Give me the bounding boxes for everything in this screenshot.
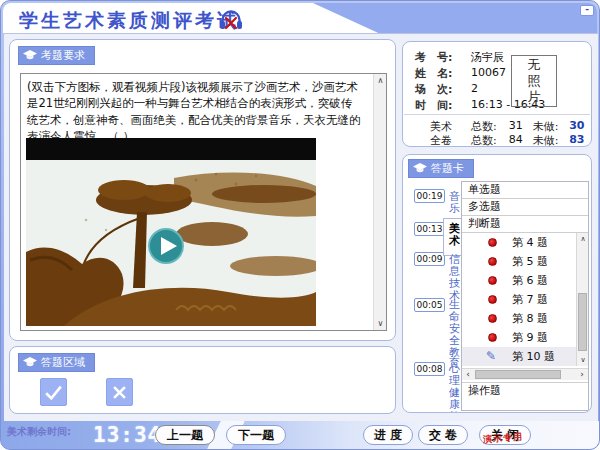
main-area: 考题要求 (双击下方图标，观看视频片段)该视频展示了沙画艺术，沙画艺术是21世纪… — [4, 34, 598, 421]
pencil-icon: ✎ — [486, 352, 497, 361]
question-item-8[interactable]: 第 8 题 — [462, 309, 588, 328]
answer-false-button[interactable] — [106, 378, 133, 406]
question-text: (双击下方图标，观看视频片段)该视频展示了沙画艺术，沙画艺术是21世纪刚刚兴起的… — [27, 79, 362, 144]
section-single-choice[interactable]: 单选题 — [462, 182, 588, 199]
undone-value: 83 — [558, 133, 584, 146]
answer-area-label: 答题区域 — [18, 353, 95, 372]
undone-value: 30 — [558, 119, 584, 132]
question-item-4[interactable]: 第 4 题 — [462, 233, 588, 252]
progress-button[interactable]: 进 度 — [363, 425, 413, 445]
whole-paper-stats-row: 全卷 总数: 84 未做: 83 — [403, 133, 584, 146]
total-label: 总数: — [471, 119, 497, 132]
exam-number-label: 考 号: — [415, 50, 471, 65]
question-item-5[interactable]: 第 5 题 — [462, 252, 588, 271]
scroll-up-icon[interactable]: ∧ — [374, 74, 387, 87]
graduation-cap-icon — [23, 357, 37, 368]
exam-number-value: 汤宇辰 — [471, 50, 504, 65]
scroll-up-icon[interactable]: ∧ — [577, 233, 589, 245]
graduation-cap-icon — [23, 50, 37, 61]
question-list-horizontal-scrollbar[interactable]: ‹ › — [462, 368, 588, 380]
mental-health-time-chip: 00:08 — [414, 362, 445, 376]
unanswered-dot-icon — [488, 295, 497, 304]
question-scrollbar[interactable]: ∧ ∨ — [373, 74, 386, 330]
video-top-bar — [26, 138, 316, 160]
student-info-panel: 考 号: 汤宇辰 姓 名: 10067 场 次: 2 时 间: 16:13 - … — [402, 41, 592, 147]
bottom-bar: 美术剩余时间: 13:34 上一题 下一题 进 度 交 卷 关 闭 演示专用 — [1, 421, 600, 450]
remaining-time-label: 美术剩余时间: — [7, 425, 71, 439]
session-value: 2 — [471, 82, 478, 97]
total-label: 总数: — [471, 133, 497, 146]
undone-label: 未做: — [533, 133, 559, 146]
undone-label: 未做: — [533, 119, 559, 132]
scroll-down-icon[interactable]: ∨ — [374, 317, 387, 330]
section-true-false[interactable]: 判断题 — [462, 216, 588, 233]
section-operation[interactable]: 操作题 — [462, 382, 588, 399]
section-multiple-choice[interactable]: 多选题 — [462, 199, 588, 216]
music-time-chip: 00:19 — [414, 189, 445, 203]
answer-card-label: 答题卡 — [408, 159, 474, 178]
unanswered-dot-icon — [488, 238, 497, 247]
scroll-left-icon[interactable]: ‹ — [462, 369, 474, 381]
tab-information-technology[interactable]: 信息技术 — [448, 254, 461, 302]
tab-life-safety-education[interactable]: 生命安全教育 — [448, 299, 461, 370]
sand-art-image — [26, 160, 316, 326]
unanswered-dot-icon — [488, 314, 497, 323]
session-row: 场 次: 2 — [415, 82, 478, 97]
cross-icon — [111, 384, 128, 401]
unanswered-dot-icon — [488, 276, 497, 285]
close-button-text: 关 闭 — [491, 427, 519, 444]
unanswered-dot-icon — [488, 257, 497, 266]
app-title: 学生艺术素质测评考试 — [19, 8, 239, 34]
no-photo-text: 无照片 — [527, 57, 542, 106]
question-requirements-label-text: 考题要求 — [41, 49, 85, 62]
question-item-9[interactable]: 第 9 题 — [462, 328, 588, 347]
question-requirements-label: 考题要求 — [18, 46, 95, 65]
session-label: 场 次: — [415, 82, 471, 97]
check-icon — [44, 384, 63, 401]
total-value: 31 — [497, 119, 523, 132]
student-name-row: 姓 名: 10067 — [415, 66, 506, 81]
title-bar-decoration — [313, 3, 597, 33]
scroll-right-icon[interactable]: › — [576, 369, 588, 381]
submit-paper-button[interactable]: 交 卷 — [418, 425, 468, 445]
it-time-chip: 00:09 — [414, 252, 445, 266]
question-item-10-current[interactable]: ✎ 第 10 题 — [462, 347, 588, 366]
answer-card-label-text: 答题卡 — [431, 162, 464, 175]
remaining-time-clock: 13:34 — [93, 423, 161, 447]
student-name-value: 10067 — [471, 66, 506, 81]
answer-card-panel: 答题卡 00:19 00:13 00:09 00:05 00:08 音乐 美术 … — [402, 154, 592, 413]
question-item-7[interactable]: 第 7 题 — [462, 290, 588, 309]
art-time-chip: 00:13 — [414, 222, 445, 236]
question-items: 第 4 题 第 5 题 第 6 题 第 7 题 — [462, 233, 588, 366]
life-safety-time-chip: 00:05 — [414, 298, 445, 312]
tab-music[interactable]: 音乐 — [448, 191, 461, 215]
title-bar: 学生艺术素质测评考试 - — [3, 3, 597, 34]
graduation-cap-icon — [413, 163, 427, 174]
subject-name: 全卷 — [423, 133, 459, 146]
tab-art[interactable]: 美术 — [448, 223, 461, 247]
no-photo-box: 无照片 — [511, 55, 557, 107]
question-requirements-panel: 考题要求 (双击下方图标，观看视频片段)该视频展示了沙画艺术，沙画艺术是21世纪… — [9, 39, 396, 341]
tab-mental-health-education[interactable]: 心理健康教育 — [448, 363, 461, 413]
minimize-button[interactable]: - — [580, 5, 594, 16]
muted-audio-icon[interactable] — [219, 9, 243, 30]
scroll-down-icon[interactable]: ∨ — [577, 354, 589, 366]
play-button[interactable] — [149, 229, 183, 263]
question-list-vertical-scrollbar[interactable]: ∧ ∨ — [576, 233, 588, 366]
answer-area-label-text: 答题区域 — [41, 356, 85, 369]
question-item-6[interactable]: 第 6 题 — [462, 271, 588, 290]
time-label: 时 间: — [415, 98, 471, 113]
student-name-label: 姓 名: — [415, 66, 471, 81]
info-divider — [404, 114, 590, 115]
previous-question-button[interactable]: 上一题 — [155, 425, 215, 445]
close-button[interactable]: 关 闭 演示专用 — [479, 425, 531, 445]
answer-area-panel: 答题区域 — [9, 346, 396, 414]
total-value: 84 — [497, 133, 523, 146]
answer-true-button[interactable] — [40, 378, 67, 406]
next-question-button[interactable]: 下一题 — [226, 425, 286, 445]
unanswered-dot-icon — [488, 333, 497, 342]
horizontal-scroll-thumb[interactable] — [475, 370, 561, 379]
question-list: 单选题 多选题 判断题 第 4 题 第 5 题 第 6 题 — [461, 181, 589, 411]
video-thumbnail[interactable] — [26, 138, 316, 326]
vertical-scroll-thumb[interactable] — [578, 293, 587, 351]
